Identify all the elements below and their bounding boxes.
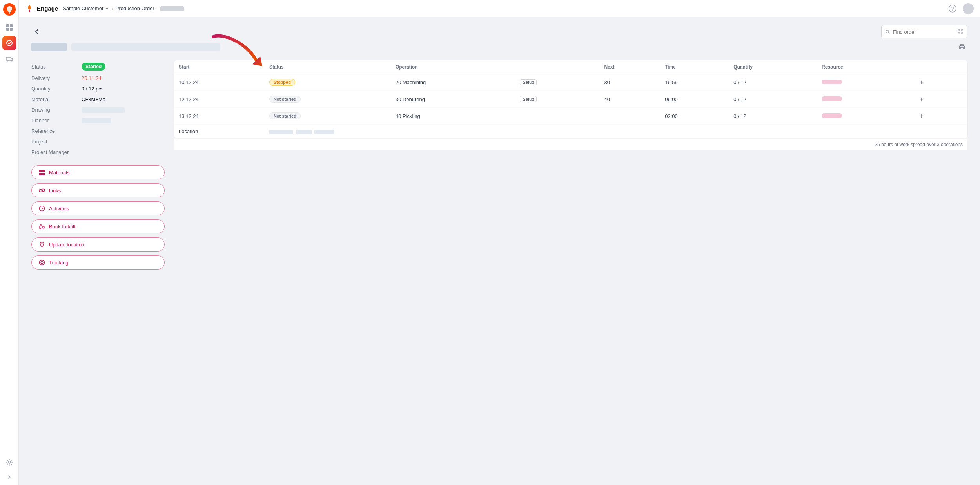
materials-button[interactable]: Materials [31,165,165,179]
resource-pill-2 [822,96,842,101]
svg-rect-15 [959,30,960,31]
reference-row: Reference [31,126,165,136]
delivery-row: Delivery 26.11.24 [31,73,165,83]
svg-rect-3 [6,28,9,31]
location-row: Location [174,125,967,139]
resource-pill-1 [822,80,842,84]
svg-point-8 [11,60,12,62]
breadcrumb-customer[interactable]: Sample Customer [63,5,109,11]
search-area [881,25,967,38]
quantity-label: Quantity [31,86,78,92]
add-resource-btn-2[interactable]: + [917,95,926,103]
links-button[interactable]: Links [31,183,165,197]
row3-next [599,108,660,125]
location-val-3 [314,130,334,134]
planner-label: Planner [31,118,78,123]
svg-rect-23 [42,170,45,172]
app-name: Engage [37,5,58,12]
drawing-row: Drawing [31,105,165,115]
row2-next: 40 [599,91,660,108]
col-empty [514,60,599,74]
table-row: 13.12.24 Not started 40 Pickling 02:00 0… [174,108,967,125]
sidebar-item-grid[interactable] [2,20,16,34]
svg-point-28 [40,228,41,229]
svg-rect-1 [6,24,9,27]
activities-label: Activities [49,206,69,212]
topnav: Engage Sample Customer / Production Orde… [19,0,980,17]
breadcrumb: Sample Customer / Production Order - [63,5,184,11]
resource-pill-3 [822,113,842,118]
setup-badge-row1[interactable]: Setup [520,79,537,85]
row3-add[interactable]: + [913,108,967,125]
update-location-icon [39,241,45,248]
row1-resource [817,74,913,91]
book-forklift-icon [39,223,45,230]
search-box[interactable] [881,25,967,38]
row1-time: 16:59 [660,74,729,91]
row1-setup[interactable]: Setup [514,74,599,91]
dropdown-icon [105,6,109,11]
sidebar-expand-btn[interactable] [2,472,16,482]
svg-point-21 [964,47,964,47]
svg-point-33 [42,262,42,263]
svg-rect-22 [39,170,42,172]
svg-point-30 [42,243,43,244]
quantity-value: 0 / 12 pcs [82,86,103,92]
print-button[interactable] [956,42,967,52]
sidebar-item-production[interactable] [2,36,16,50]
row3-setup-empty [514,108,599,125]
order-subtitle-blurred [71,43,220,51]
activities-button[interactable]: Activities [31,201,165,215]
svg-rect-2 [10,24,13,27]
sidebar [0,0,19,485]
svg-rect-24 [39,173,42,175]
svg-point-12 [967,6,970,9]
svg-rect-4 [10,28,13,31]
tracking-button[interactable]: Tracking [31,255,165,270]
add-resource-btn-3[interactable]: + [917,112,926,120]
delivery-label: Delivery [31,75,78,81]
col-operation: Operation [391,60,514,74]
col-next: Next [599,60,660,74]
drawing-value-blurred [82,107,125,113]
location-label-cell: Location [174,125,265,139]
help-btn[interactable]: ? [947,3,958,14]
row3-start: 13.12.24 [174,108,265,125]
user-avatar[interactable] [963,3,974,14]
svg-rect-25 [42,173,45,175]
col-add [913,60,967,74]
book-forklift-button[interactable]: Book forklift [31,219,165,233]
update-location-button[interactable]: Update location [31,237,165,252]
topnav-right: ? [947,3,974,14]
project-label: Project [31,139,78,145]
setup-badge-row2[interactable]: Setup [520,96,537,102]
status-not-started-badge-2: Not started [269,96,301,103]
row2-start: 12.12.24 [174,91,265,108]
order-info-table: Status Started Delivery 26.11.24 Quantit… [31,60,165,157]
material-label: Material [31,96,78,102]
row2-time: 06:00 [660,91,729,108]
ops-table-header: Start Status Operation Next Time Quantit… [174,60,967,74]
qr-code-icon[interactable] [955,27,963,36]
row1-add[interactable]: + [913,74,967,91]
sidebar-item-logistics[interactable] [2,52,16,66]
app-logo[interactable] [3,3,16,16]
order-id-blurred [160,6,184,11]
sidebar-settings-icon[interactable] [2,455,16,469]
back-button[interactable] [31,26,42,37]
row3-operation: 40 Pickling [391,108,514,125]
right-panel: Start Status Operation Next Time Quantit… [174,60,967,150]
row2-add[interactable]: + [913,91,967,108]
location-val-1 [269,130,293,134]
search-input[interactable] [893,29,951,35]
links-label: Links [49,188,61,194]
page-top-controls [31,25,967,38]
row2-setup[interactable]: Setup [514,91,599,108]
status-row: Status Started [31,60,165,73]
breadcrumb-order: Production Order - [116,5,184,11]
status-stopped-badge: Stopped [269,79,295,86]
col-start: Start [174,60,265,74]
svg-point-9 [8,461,11,463]
row3-resource [817,108,913,125]
add-resource-btn-1[interactable]: + [917,78,926,87]
